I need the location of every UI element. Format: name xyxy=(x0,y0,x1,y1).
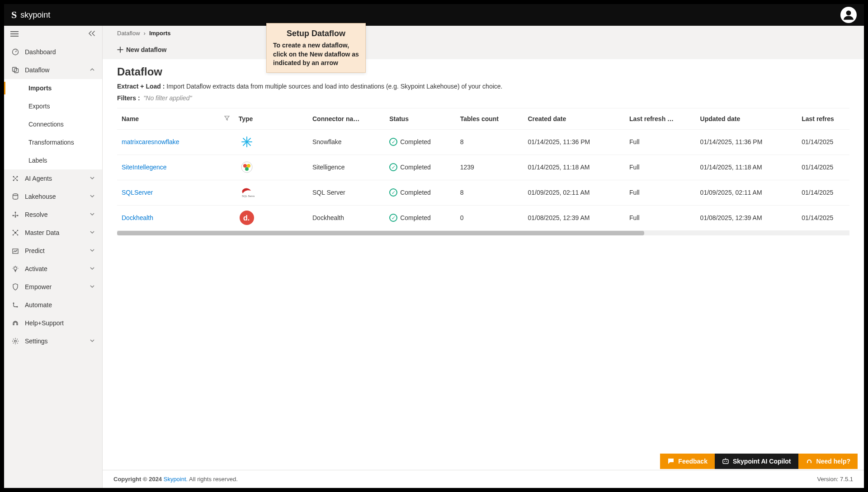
page-subtitle: Extract + Load : Import Dataflow extract… xyxy=(117,83,849,90)
sidebar-item-master-data[interactable]: Master Data xyxy=(4,224,102,242)
activate-icon xyxy=(11,265,19,273)
version-label: Version: 7.5.1 xyxy=(817,476,854,483)
col-last-refresh-[interactable]: Last refresh … xyxy=(625,108,696,129)
user-icon xyxy=(843,9,854,21)
col-connector-na-[interactable]: Connector na… xyxy=(308,108,385,129)
svg-point-35 xyxy=(724,461,725,462)
page-title: Dataflow xyxy=(117,66,849,78)
avatar[interactable] xyxy=(840,7,857,23)
chevron-right-icon: › xyxy=(144,30,146,37)
automate-icon xyxy=(11,301,19,309)
sidebar-item-dataflow[interactable]: Dataflow xyxy=(4,61,102,79)
sidebar-item-dashboard[interactable]: Dashboard xyxy=(4,43,102,61)
dataflow-name-link[interactable]: SQLServer xyxy=(122,189,153,196)
created-date-cell: 01/14/2025, 11:36 PM xyxy=(523,129,625,155)
horizontal-scrollbar[interactable] xyxy=(117,231,849,235)
sidebar-subitem-connections[interactable]: Connections xyxy=(4,115,102,133)
dashboard-icon xyxy=(11,48,19,56)
sidebar-item-label: Dashboard xyxy=(25,48,56,56)
table-row[interactable]: SiteIntellegenceSitelligence✓Completed12… xyxy=(117,155,849,180)
table-row[interactable]: Dockhealthd.Dockhealth✓Completed001/08/2… xyxy=(117,205,849,230)
dataflow-name-link[interactable]: SiteIntellegence xyxy=(122,164,167,171)
col-type[interactable]: Type xyxy=(234,108,308,129)
chevron-down-icon xyxy=(90,211,95,218)
col-name[interactable]: Name xyxy=(117,108,234,129)
sidebar-item-label: Lakehouse xyxy=(25,193,56,200)
sidebar-item-label: Predict xyxy=(25,247,45,254)
table-row[interactable]: SQLServerSQL ServerSQL Server✓Completed8… xyxy=(117,180,849,205)
sidebar-item-label: Transformations xyxy=(28,139,74,146)
sidebar-item-predict[interactable]: Predict xyxy=(4,242,102,260)
col-status[interactable]: Status xyxy=(385,108,456,129)
check-circle-icon: ✓ xyxy=(389,214,397,222)
tooltip-title: Setup Dataflow xyxy=(273,28,359,39)
filter-icon[interactable] xyxy=(224,115,230,122)
updated-date-cell: 01/14/2025, 11:36 PM xyxy=(696,129,797,155)
connector-cell: Sitelligence xyxy=(308,155,385,180)
sidebar-item-activate[interactable]: Activate xyxy=(4,260,102,278)
headset-icon xyxy=(806,458,813,465)
main: Dataflow › Imports New dataflow Setup Da… xyxy=(103,26,864,488)
ai-agents-icon xyxy=(11,174,19,183)
collapse-sidebar-icon[interactable] xyxy=(88,30,96,38)
sidebar-item-label: Automate xyxy=(25,301,52,309)
svg-point-28 xyxy=(243,164,247,168)
feedback-button[interactable]: Feedback xyxy=(660,454,715,469)
status-cell: ✓Completed xyxy=(389,188,451,197)
svg-point-15 xyxy=(17,230,19,231)
copilot-button[interactable]: Skypoint AI Copilot xyxy=(715,454,798,469)
sidebar-item-label: Resolve xyxy=(25,211,48,218)
breadcrumb-root[interactable]: Dataflow xyxy=(117,30,140,37)
dockhealth-icon: d. xyxy=(239,210,255,226)
col-created-date[interactable]: Created date xyxy=(523,108,625,129)
sidebar-item-automate[interactable]: Automate xyxy=(4,296,102,314)
check-circle-icon: ✓ xyxy=(389,163,397,171)
svg-point-14 xyxy=(13,230,14,231)
chevron-down-icon xyxy=(90,265,95,272)
sidebar-item-lakehouse[interactable]: Lakehouse xyxy=(4,187,102,206)
col-last-refres[interactable]: Last refres xyxy=(797,108,849,129)
hamburger-icon[interactable] xyxy=(10,31,19,37)
col-tables-count[interactable]: Tables count xyxy=(456,108,524,129)
tutorial-tooltip: Setup Dataflow To create a new dataflow,… xyxy=(266,23,366,73)
bot-icon xyxy=(722,458,729,465)
chat-icon xyxy=(667,458,675,465)
sidebar-item-ai-agents[interactable]: AI Agents xyxy=(4,169,102,187)
chevron-down-icon xyxy=(90,175,95,182)
dataflow-name-link[interactable]: matrixcaresnowflake xyxy=(122,138,179,145)
sidebar-subitem-imports[interactable]: Imports xyxy=(4,79,102,97)
new-dataflow-button[interactable]: New dataflow xyxy=(117,46,166,53)
chevron-down-icon xyxy=(90,247,95,254)
need-help-button[interactable]: Need help? xyxy=(798,454,858,469)
connector-cell: Snowflake xyxy=(308,129,385,155)
brand-logo: S xyxy=(11,9,17,21)
sidebar-subitem-labels[interactable]: Labels xyxy=(4,151,102,169)
svg-point-22 xyxy=(14,340,16,342)
tutorial-callout: Setup Dataflow To create a new dataflow,… xyxy=(271,40,289,51)
table-row[interactable]: matrixcaresnowflakeSnowflake✓Completed80… xyxy=(117,129,849,155)
footer-brand-link[interactable]: Skypoint. xyxy=(164,476,188,483)
sidebar-item-empower[interactable]: Empower xyxy=(4,278,102,296)
sidebar-item-label: Exports xyxy=(28,103,50,110)
sidebar-item-resolve[interactable]: Resolve xyxy=(4,206,102,224)
sidebar-item-label: AI Agents xyxy=(25,175,52,182)
sidebar-item-settings[interactable]: Settings xyxy=(4,332,102,350)
sidebar-item-help-support[interactable]: Help+Support xyxy=(4,314,102,332)
svg-point-17 xyxy=(17,234,19,236)
predict-icon xyxy=(11,247,19,255)
sidebar-subitem-transformations[interactable]: Transformations xyxy=(4,133,102,151)
sidebar-item-label: Imports xyxy=(28,84,52,92)
brand[interactable]: S skypoint xyxy=(11,9,50,21)
sidebar-item-label: Master Data xyxy=(25,229,59,236)
sidebar-item-label: Labels xyxy=(28,157,47,164)
dataflow-name-link[interactable]: Dockhealth xyxy=(122,214,153,221)
sqlserver-icon: SQL Server xyxy=(239,184,255,201)
chevron-down-icon xyxy=(90,283,95,291)
col-updated-date[interactable]: Updated date xyxy=(696,108,797,129)
check-circle-icon: ✓ xyxy=(389,188,397,197)
sidebar-subitem-exports[interactable]: Exports xyxy=(4,97,102,115)
svg-text:SQL Server: SQL Server xyxy=(242,195,255,197)
dataflow-table: NameTypeConnector na…StatusTables countC… xyxy=(117,108,849,470)
last-refresh-cell: Full xyxy=(625,205,696,230)
status-cell: ✓Completed xyxy=(389,138,451,146)
